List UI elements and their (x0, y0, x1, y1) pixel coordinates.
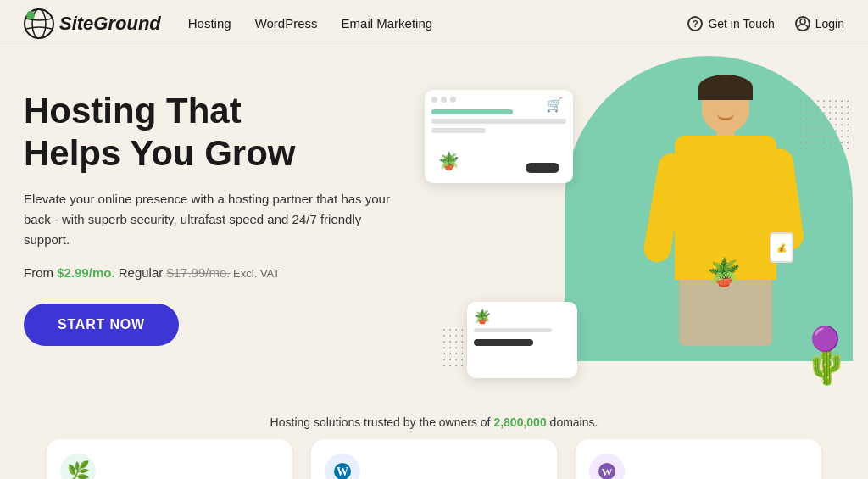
card-line-3 (431, 128, 486, 133)
decorative-plant-purple: 🟣 (810, 325, 840, 353)
svg-text:W: W (602, 465, 613, 478)
browser-card-mockup-bottom: 🪴 (467, 302, 577, 378)
logo-icon (24, 8, 54, 39)
hero-content: Hosting That Helps You Grow Elevate your… (24, 81, 450, 404)
pricing-suffix: Excl. VAT (230, 267, 280, 280)
get-in-touch-label: Get in Touch (708, 17, 774, 31)
card-plant-icon: 🪴 (438, 151, 459, 171)
svg-text:W: W (337, 465, 348, 478)
hero-image-area: 🛒 🪴 🪴 (450, 81, 844, 404)
bottom-card-button (474, 339, 533, 346)
trust-bar: Hosting solutions trusted by the owners … (0, 404, 868, 439)
bottom-card-plant-icon: 🪴 (474, 309, 570, 325)
brand-name: SiteGround (59, 13, 161, 35)
login-label: Login (815, 17, 844, 31)
hero-section: Hosting That Helps You Grow Elevate your… (0, 47, 868, 404)
wordpress-card-icon: 🌿 (60, 454, 96, 480)
card-lines (431, 109, 566, 133)
nav-link-email-marketing[interactable]: Email Marketing (342, 16, 433, 31)
get-in-touch-button[interactable]: ? Get in Touch (687, 16, 774, 31)
wordpress-icon: 🌿 (67, 460, 90, 480)
login-icon (795, 16, 810, 31)
card-line-2 (431, 119, 566, 124)
card-button-fake (526, 163, 559, 173)
woo-logo-icon: W (597, 461, 617, 480)
cms-card-icon: W (325, 454, 360, 480)
get-in-touch-icon: ? (687, 16, 703, 31)
price-regular: $17.99/mo. (166, 265, 230, 280)
svg-point-2 (26, 11, 35, 19)
nav-links: Hosting WordPress Email Marketing (188, 16, 688, 31)
dot-1 (431, 97, 437, 103)
hero-person: 🪴 💰 (632, 81, 819, 378)
logo[interactable]: SiteGround (24, 8, 161, 39)
nav-link-wordpress[interactable]: WordPress (255, 16, 318, 31)
browser-card-mockup-top: 🛒 🪴 (425, 90, 573, 183)
hero-pricing: From $2.99/mo. Regular $17.99/mo. Excl. … (24, 265, 450, 280)
dot-2 (441, 97, 447, 103)
hero-title: Hosting That Helps You Grow (24, 90, 450, 174)
cart-icon: 🛒 (546, 97, 563, 113)
bottom-card-line-1 (474, 328, 551, 332)
service-cards-row: 🌿 W W (0, 439, 868, 479)
hero-description: Elevate your online presence with a host… (24, 189, 397, 250)
pricing-mid: Regular (115, 265, 167, 280)
start-now-button[interactable]: START NOW (24, 304, 179, 346)
login-button[interactable]: Login (795, 16, 844, 31)
dot-3 (450, 97, 456, 103)
trust-text-after: domains. (547, 415, 598, 429)
service-card-woo[interactable]: W (576, 439, 821, 479)
wordpress-logo-icon: W (332, 461, 353, 480)
service-card-cms[interactable]: W (311, 439, 557, 479)
nav-link-hosting[interactable]: Hosting (188, 16, 231, 31)
price-current: $2.99/mo. (57, 265, 114, 280)
nav-right: ? Get in Touch Login (687, 16, 844, 31)
woo-card-icon: W (589, 454, 625, 480)
service-card-wordpress[interactable]: 🌿 (47, 439, 292, 479)
trust-highlight: 2,800,000 (493, 415, 546, 429)
navbar: SiteGround Hosting WordPress Email Marke… (0, 0, 868, 47)
svg-point-3 (800, 19, 805, 24)
trust-text-before: Hosting solutions trusted by the owners … (270, 415, 494, 429)
card-line-1 (431, 109, 512, 114)
pricing-prefix: From (24, 265, 57, 280)
